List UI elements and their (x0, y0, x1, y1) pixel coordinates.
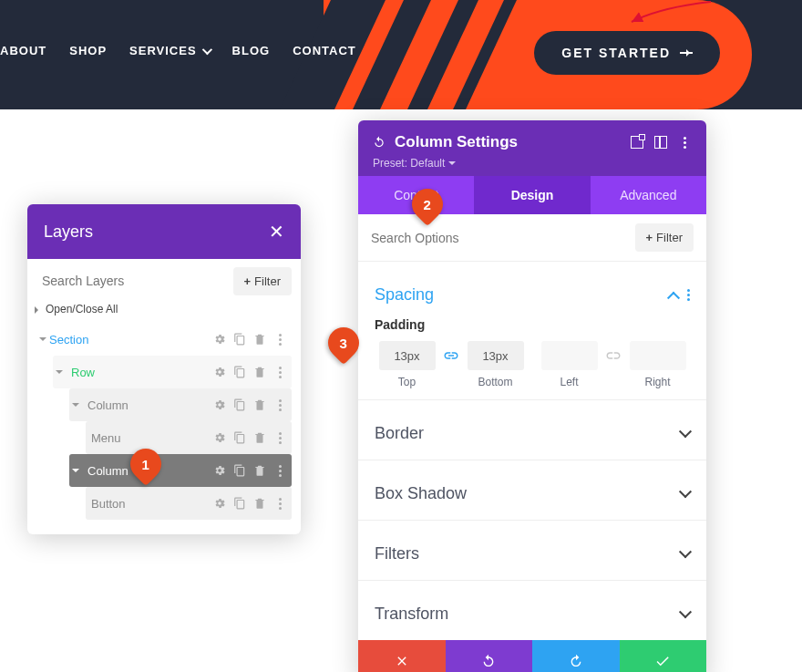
nav-shop[interactable]: SHOP (69, 44, 107, 57)
preset-dropdown[interactable]: Preset: Default (373, 157, 456, 170)
padding-right-input[interactable] (630, 341, 686, 370)
layer-column-2-selected[interactable]: Column (69, 454, 292, 487)
toggle-icon[interactable] (69, 401, 82, 408)
trash-icon[interactable] (253, 464, 266, 477)
open-close-all[interactable]: Open/Close All (27, 295, 301, 323)
toggle-icon[interactable] (53, 368, 66, 376)
chevron-down-icon (201, 44, 211, 54)
link-top-bottom-icon[interactable] (439, 341, 463, 370)
close-icon[interactable]: ✕ (269, 221, 284, 243)
more-icon[interactable] (273, 431, 286, 444)
back-icon[interactable] (373, 136, 386, 149)
layers-panel: Layers ✕ +Filter Open/Close All Section … (27, 204, 301, 534)
nav-contact[interactable]: CONTACT (293, 44, 356, 57)
link-left-right-icon[interactable] (602, 341, 625, 370)
chevron-down-icon[interactable] (679, 425, 692, 438)
more-icon[interactable] (273, 497, 286, 510)
duplicate-icon[interactable] (233, 431, 246, 444)
padding-controls: Top Bottom Left Right (375, 341, 690, 388)
toggle-icon[interactable] (36, 336, 49, 343)
divider (358, 580, 706, 581)
more-icon[interactable] (273, 398, 286, 411)
nav-about[interactable]: ABOUT (0, 44, 46, 57)
trash-icon[interactable] (253, 398, 266, 411)
boxshadow-section-header[interactable]: Box Shadow (375, 470, 690, 511)
trash-icon[interactable] (253, 497, 266, 510)
divider (358, 460, 706, 460)
layer-column-1[interactable]: Column (69, 388, 292, 421)
options-search-row: +Filter (358, 214, 706, 262)
panel-header: Column Settings Preset: Default (358, 120, 706, 176)
expand-icon[interactable] (630, 135, 644, 150)
gear-icon[interactable] (213, 398, 226, 411)
panel-title: Column Settings (395, 133, 621, 151)
caret-down-icon (448, 161, 456, 169)
layers-tree: Section Row Column (27, 323, 301, 534)
chevron-up-icon[interactable] (667, 291, 680, 304)
duplicate-icon[interactable] (233, 497, 246, 510)
get-started-button[interactable]: GET STARTED (534, 31, 720, 75)
panel-footer (358, 640, 706, 672)
layer-button[interactable]: Button (86, 487, 292, 520)
chevron-down-icon[interactable] (679, 605, 692, 618)
chevron-down-icon[interactable] (679, 485, 692, 498)
search-options-input[interactable] (371, 231, 635, 245)
tab-advanced[interactable]: Advanced (591, 176, 706, 214)
annotation-arrow (624, 0, 715, 27)
more-icon[interactable] (273, 366, 286, 378)
layer-section[interactable]: Section (36, 323, 292, 356)
cancel-button[interactable] (358, 640, 446, 672)
redo-button[interactable] (532, 640, 620, 672)
search-layers-input[interactable] (36, 266, 228, 295)
gear-icon[interactable] (213, 431, 226, 444)
filter-button[interactable]: +Filter (635, 223, 694, 252)
tab-design[interactable]: Design (474, 176, 590, 214)
transform-section-header[interactable]: Transform (375, 590, 690, 636)
site-header: ABOUT SHOP SERVICES BLOG CONTACT GET STA… (0, 0, 802, 109)
divider (358, 520, 706, 521)
filters-section-header[interactable]: Filters (375, 530, 690, 571)
column-settings-panel: Column Settings Preset: Default Content … (358, 120, 706, 672)
padding-left-label: Left (560, 376, 578, 388)
trash-icon[interactable] (253, 333, 266, 346)
padding-right-label: Right (644, 376, 670, 388)
nav-blog[interactable]: BLOG (232, 44, 271, 57)
padding-left-input[interactable] (541, 341, 598, 370)
more-icon[interactable] (273, 333, 286, 346)
padding-bottom-input[interactable] (468, 341, 524, 370)
arrow-right-icon (680, 52, 693, 54)
layer-menu[interactable]: Menu (86, 421, 292, 454)
spacing-section-header[interactable]: Spacing (375, 271, 690, 312)
border-section-header[interactable]: Border (375, 409, 690, 450)
more-icon[interactable] (273, 464, 286, 477)
trash-icon[interactable] (253, 366, 266, 378)
triangle-right-icon (35, 306, 42, 314)
layers-header: Layers ✕ (27, 204, 301, 259)
settings-tabs: Content Design Advanced (358, 176, 706, 214)
toggle-icon[interactable] (69, 467, 82, 474)
padding-top-label: Top (398, 376, 416, 388)
more-icon[interactable] (677, 135, 692, 150)
chevron-down-icon[interactable] (679, 545, 692, 558)
gear-icon[interactable] (213, 464, 226, 477)
gear-icon[interactable] (213, 333, 226, 346)
duplicate-icon[interactable] (233, 398, 246, 411)
gear-icon[interactable] (213, 497, 226, 510)
layout-icon[interactable] (653, 135, 668, 150)
confirm-button[interactable] (620, 640, 707, 672)
layer-row[interactable]: Row (53, 356, 292, 388)
layers-filter-button[interactable]: +Filter (233, 267, 292, 295)
duplicate-icon[interactable] (233, 464, 246, 477)
padding-top-input[interactable] (379, 341, 436, 370)
padding-label: Padding (375, 317, 690, 332)
undo-button[interactable] (446, 640, 533, 672)
padding-bottom-label: Bottom (478, 376, 512, 388)
duplicate-icon[interactable] (233, 333, 246, 346)
gear-icon[interactable] (213, 366, 226, 378)
section-more-icon[interactable] (687, 289, 690, 301)
layers-title: Layers (44, 222, 93, 242)
spacing-title: Spacing (375, 285, 434, 305)
nav-services[interactable]: SERVICES (129, 44, 210, 57)
duplicate-icon[interactable] (233, 366, 246, 378)
trash-icon[interactable] (253, 431, 266, 444)
